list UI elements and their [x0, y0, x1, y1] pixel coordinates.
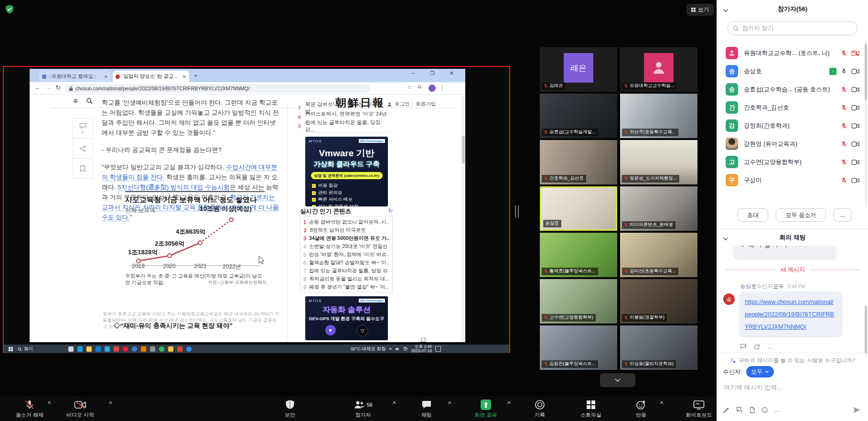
new-tab-button[interactable]: + — [194, 72, 198, 79]
video-tile[interactable]: 미디어콘텐츠_윤태영 — [620, 186, 697, 231]
record-button[interactable]: 기록 — [514, 399, 566, 419]
inline-link[interactable]: 5지선다형(選多型) 방식의 대입 수능시험 — [118, 184, 230, 191]
participants-scrollbar-thumb[interactable] — [865, 44, 867, 100]
chat-collapse-chevron-icon[interactable] — [723, 234, 729, 243]
breakout-rooms-button[interactable]: 소회의실 — [565, 399, 617, 419]
login-area[interactable]: 로그인 | 회원가입 — [387, 101, 436, 108]
popular-item[interactable]: 1손등 검버섯만 없으니 젊어보여..시... — [303, 218, 389, 226]
panel-resize-handle[interactable] — [515, 205, 519, 218]
vmware-ad-banner[interactable]: MTOS DELLTechnologies Vmware 기반 가상화 클라우드… — [305, 137, 388, 206]
chat-options-caret[interactable]: ^ — [448, 400, 451, 406]
video-tile[interactable]: 간호학과_김선호 — [540, 140, 617, 184]
chat-message-clipped[interactable]: ㅇ 메 ㅣ글 ㅜ ㅜ — [733, 246, 837, 260]
browser-tab-article[interactable]: '실업자 양성소' 된 공교육 현장 ✕ — [113, 71, 189, 82]
bookmark-star-icon[interactable]: ☆ — [407, 84, 412, 90]
participants-options-caret[interactable]: ^ — [393, 400, 396, 406]
participant-row[interactable]: 송 송효섭(교수학습... (공동 호스트) — [717, 80, 868, 98]
participant-row[interactable]: 강현영 (유아교육과) — [717, 135, 868, 153]
browser-menu-icon[interactable]: ⋮ — [439, 84, 445, 91]
screenshot-icon[interactable] — [736, 407, 743, 413]
chat-button[interactable]: 채팅 — [400, 399, 453, 419]
browser-profile-avatar[interactable] — [429, 85, 436, 92]
send-button[interactable] — [852, 405, 861, 417]
start-button[interactable] — [9, 347, 13, 351]
window-controls[interactable]: ─ ❐ ✕ — [411, 70, 461, 76]
reply-icon[interactable] — [740, 344, 747, 350]
extensions-icon[interactable]: ⧉ — [418, 84, 421, 90]
participant-row[interactable]: 간 간호학과_김선호 — [717, 98, 868, 117]
video-tile[interactable]: 이상용(물리치료학과) — [620, 325, 697, 370]
browser-tab-webmail[interactable]: ::유원대학교 웹메일:: ✕ — [39, 71, 111, 82]
popular-item[interactable]: 334살에 연봉 5000만원이면 듀오 가... — [303, 234, 389, 242]
meeting-security-shield-icon[interactable] — [5, 4, 14, 14]
emoji-icon[interactable] — [761, 407, 768, 413]
notification-center-icon[interactable] — [435, 346, 441, 352]
popular-item[interactable]: 28천억도 넘어선 미국로또 — [303, 226, 389, 234]
video-tile[interactable]: 유원대학교교수학습... — [620, 47, 697, 92]
video-tile[interactable]: 황재효(블루밍넥스트... — [540, 233, 617, 277]
signup-link[interactable]: 회원가입 — [416, 101, 436, 108]
participant-row[interactable]: 구 구상미 — [717, 171, 868, 189]
collapse-video-grid-button[interactable] — [600, 373, 635, 387]
page-scrollbar[interactable] — [461, 96, 465, 342]
video-tile[interactable]: 김원진(블루밍넥스트... — [540, 325, 617, 370]
login-link[interactable]: 로그인 — [395, 101, 410, 108]
participant-row[interactable]: 고 고수연(교양융합학부) — [717, 153, 868, 171]
site-menu-icon[interactable]: ≡ — [74, 97, 78, 105]
share-screen-button[interactable]: 화면 공유 — [460, 399, 512, 419]
participant-row[interactable]: 송 송상호 ↑ — [717, 62, 868, 80]
address-bar[interactable]: chosun.com/national/people/2022/08/19/BI… — [65, 84, 371, 93]
devops-ad-banner[interactable]: MTOS DELLTechnologies 자동화 솔루션 DEV-OPS 개발… — [305, 296, 388, 340]
bookmark-button[interactable] — [73, 159, 92, 179]
emoji-react-icon[interactable] — [754, 344, 761, 350]
audio-options-caret[interactable]: ^ — [48, 400, 51, 406]
participant-row[interactable]: 유원대학교교수학... (호스트, 나) — [717, 44, 868, 62]
participant-row[interactable]: 강 강정희(간호학과) — [717, 117, 868, 135]
forward-button[interactable]: → — [45, 84, 51, 91]
speaker-icon[interactable] — [395, 347, 400, 351]
invite-button[interactable]: 초대 — [738, 208, 768, 222]
ranked-item[interactable]: 9집에 있는 글루타치온 필름, 당장 갖... — [297, 121, 388, 130]
ime-language[interactable]: 한 — [403, 346, 408, 352]
participants-scrollbar[interactable] — [865, 44, 867, 205]
view-button[interactable]: 보기 — [686, 4, 714, 16]
share-options-caret[interactable]: ^ — [507, 400, 510, 406]
format-text-icon[interactable] — [723, 406, 730, 413]
video-tile[interactable]: 김미선(초등특수교육... — [620, 233, 697, 277]
popular-item[interactable]: 7집에 있는 글루타치온 필름, 당장 갖... — [303, 267, 389, 275]
video-tile-active-speaker[interactable]: 송상호 — [540, 186, 617, 231]
chat-scrollbar-thumb[interactable] — [865, 306, 867, 354]
video-tile[interactable]: 정문성_도시지적행정... — [620, 140, 697, 184]
tab-close-icon[interactable]: ✕ — [104, 74, 108, 79]
video-tile[interactable]: 고수연(교양융합학부) — [540, 279, 617, 324]
system-tray[interactable]: 32°C 대체로 화창 ^ 한 오후 2:462023-07-19 — [350, 345, 441, 354]
popular-item[interactable]: 6혈액순환 잘돼!! 손발저림도 싹~ '이... — [303, 259, 389, 267]
video-tile[interactable]: 래은 김래은 — [540, 47, 617, 92]
recipient-dropdown[interactable]: 모두 — [746, 366, 774, 378]
back-button[interactable]: ← — [34, 84, 41, 91]
site-search-icon[interactable] — [86, 97, 93, 104]
taskbar-clock[interactable]: 오후 2:462023-07-19 — [411, 345, 432, 354]
taskbar-app-icons[interactable] — [68, 346, 192, 352]
security-button[interactable]: 보안 — [264, 399, 316, 419]
reactions-options-caret[interactable]: ^ — [660, 400, 663, 406]
popular-item[interactable]: 8최저금리로 돈을 빌리는 최적의 대... — [303, 275, 389, 283]
popular-item[interactable]: 9폐경 후 갱년기 “불면·열감” 싹~ '이... — [303, 283, 389, 291]
participants-more-button[interactable]: … — [834, 208, 852, 222]
message-more-icon[interactable]: … — [767, 343, 774, 350]
reload-button[interactable]: ↻ — [55, 84, 61, 91]
popular-item[interactable]: 4소변발·성기능 20대로 '이것' 전립선 ... — [303, 242, 389, 250]
video-tile[interactable]: 이봉림(경찰학부) — [620, 279, 697, 324]
page-scrollbar-thumb[interactable] — [462, 136, 465, 163]
video-tile[interactable]: 송효섭(교수학습개발... — [540, 94, 617, 138]
tray-expand-caret[interactable]: ^ — [389, 346, 392, 352]
chat-input[interactable]: 여기에 메시지 입력... — [724, 383, 782, 392]
file-icon[interactable] — [750, 407, 755, 413]
chat-message-link[interactable]: https://www.chosun.com/national/people/2… — [745, 299, 834, 330]
compose-more-icon[interactable]: … — [774, 406, 782, 413]
mute-all-button[interactable]: 모두 음소거 — [776, 208, 826, 222]
participants-collapse-chevron-icon[interactable] — [723, 6, 729, 14]
popular-item[interactable]: 5만성 '비염' 환자, 점막에 '이것' 바르... — [303, 250, 389, 259]
chat-privacy-note[interactable]: 귀하의 메시지를 볼 수 있는 사람은 누구입니까? — [717, 353, 868, 367]
share-button[interactable] — [73, 139, 92, 159]
